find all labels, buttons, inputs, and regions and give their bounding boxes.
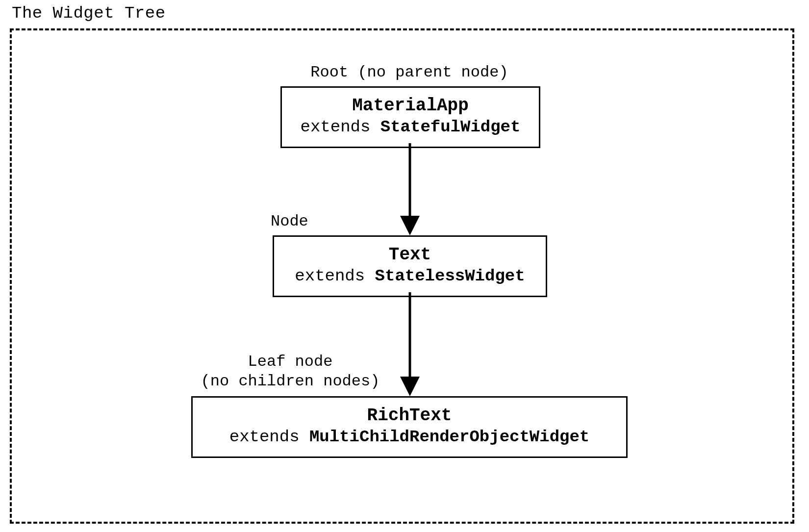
- node-richtext: RichText extends MultiChildRenderObjectW…: [191, 396, 628, 458]
- diagram-canvas: The Widget Tree Root (no parent node) Ma…: [0, 0, 809, 532]
- node-extends: extends StatefulWidget: [297, 117, 524, 138]
- node-name: RichText: [207, 405, 611, 427]
- node-name: Text: [289, 244, 531, 266]
- extends-class: MultiChildRenderObjectWidget: [309, 428, 589, 446]
- diagram-title: The Widget Tree: [12, 4, 166, 23]
- annotation-leaf: Leaf node (no children nodes): [187, 352, 393, 391]
- node-materialapp: MaterialApp extends StatefulWidget: [280, 86, 540, 148]
- annotation-leaf-line2: (no children nodes): [187, 372, 393, 391]
- node-extends: extends MultiChildRenderObjectWidget: [207, 427, 611, 448]
- extends-class: StatelessWidget: [375, 267, 525, 285]
- extends-prefix: extends: [295, 267, 375, 285]
- annotation-node: Node: [271, 212, 329, 231]
- annotation-leaf-line1: Leaf node: [187, 352, 393, 372]
- node-name: MaterialApp: [297, 95, 524, 117]
- extends-class: StatefulWidget: [380, 118, 521, 136]
- extends-prefix: extends: [229, 428, 309, 446]
- node-extends: extends StatelessWidget: [289, 266, 531, 287]
- extends-prefix: extends: [301, 118, 380, 136]
- node-text: Text extends StatelessWidget: [273, 235, 547, 297]
- annotation-root: Root (no parent node): [294, 63, 525, 82]
